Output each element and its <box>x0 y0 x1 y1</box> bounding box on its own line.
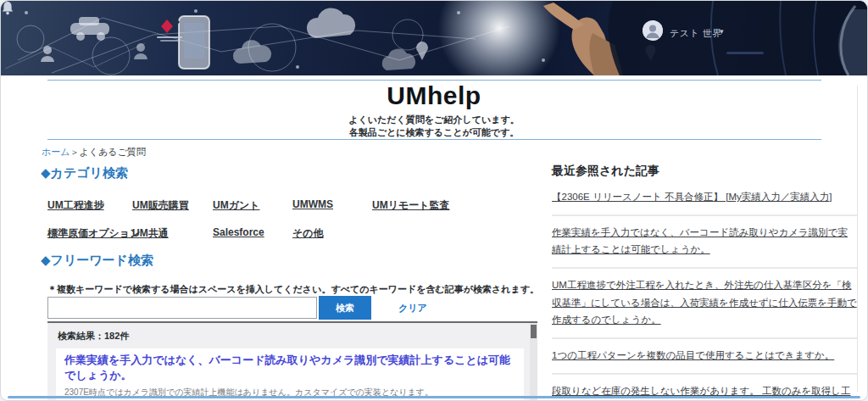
banner-user-area: テスト 世界 ▾ <box>1 1 867 75</box>
freeword-search-note: ＊複数キーワードで検索する場合はスペースを挿入してください。すべてのキーワードを… <box>47 283 539 296</box>
category-link-hyojun-genka[interactable]: 標準原価オプション <box>47 226 132 241</box>
page-subtitle-1: よくいただく質問をご紹介しています。 <box>1 114 867 126</box>
recent-article-link[interactable]: 【2306E リリースノート 不具合修正】 [My実績入力／実績入力] <box>552 181 857 216</box>
category-search-heading: ◆カテゴリ検索 <box>41 165 128 181</box>
results-scrollbar-track[interactable] <box>530 323 537 401</box>
results-scrollbar-thumb[interactable] <box>531 325 537 338</box>
results-count: 検索結果：182件 <box>58 330 524 343</box>
category-link-um-remote[interactable]: UMリモート監査 <box>372 198 497 213</box>
result-item: 作業実績を手入力ではなく、バーコード読み取りやカメラ識別で実績計上することは可能… <box>56 348 524 401</box>
user-avatar-icon[interactable] <box>643 20 663 41</box>
search-button[interactable]: 検索 <box>319 296 371 320</box>
category-link-um-hanbai[interactable]: UM販売購買 <box>132 198 213 213</box>
search-results-panel: 検索結果：182件 作業実績を手入力ではなく、バーコード読み取りやカメラ識別で実… <box>47 321 537 401</box>
page-subtitle-2: 各製品ごとに検索することが可能です。 <box>1 126 867 139</box>
freeword-search-input[interactable] <box>47 297 317 319</box>
recent-article-link[interactable]: 1つの工程パターンを複数の品目で使用することはできますか。 <box>552 339 857 375</box>
category-link-umwms[interactable]: UMWMS <box>292 198 372 213</box>
caret-down-icon[interactable]: ▾ <box>720 27 724 36</box>
category-link-sonota[interactable]: その他 <box>292 226 372 241</box>
search-row: 検索 クリア <box>47 296 432 320</box>
bell-icon[interactable] <box>1 1 14 16</box>
category-links: UM工程進捗 UM販売購買 UMガント UMWMS UMリモート監査 標準原価オ… <box>47 198 497 241</box>
category-link-um-gantt[interactable]: UMガント <box>213 198 292 213</box>
umhelp-page: テスト 世界 ▾ UMhelp よくいただく質問をご紹介しています。 各製品ごと… <box>0 0 868 401</box>
breadcrumb-current: よくあるご質問 <box>80 147 146 157</box>
header-banner-image: テスト 世界 ▾ <box>1 1 867 75</box>
clear-button[interactable]: クリア <box>393 301 432 315</box>
page-title: UMhelp <box>1 81 867 110</box>
result-title-link[interactable]: 作業実績を手入力ではなく、バーコード読み取りやカメラ識別で実績計上することは可能… <box>64 353 515 383</box>
breadcrumb: ホーム＞よくあるご質問 <box>42 146 146 159</box>
category-link-um-kyotsu[interactable]: UM共通 <box>132 226 213 241</box>
divider-top <box>47 80 821 81</box>
divider-bottom <box>47 139 821 140</box>
freeword-search-heading: ◆フリーワード検索 <box>41 253 153 269</box>
breadcrumb-separator: ＞ <box>70 147 80 157</box>
recent-articles-sidebar: 最近参照された記事 【2306E リリースノート 不具合修正】 [My実績入力／… <box>552 164 857 401</box>
recent-article-link[interactable]: 作業実績を手入力ではなく、バーコード読み取りやカメラ識別で実績計上することは可能… <box>552 216 857 269</box>
category-link-salesforce[interactable]: Salesforce <box>213 226 292 241</box>
bottom-accent-bar <box>8 396 860 398</box>
category-link-um-koutei[interactable]: UM工程進捗 <box>47 198 132 213</box>
breadcrumb-home-link[interactable]: ホーム <box>42 147 70 157</box>
recent-article-link[interactable]: UM工程進捗で外注工程を入れたとき、外注先の仕入基準区分を「検収基準」にしている… <box>552 269 857 339</box>
user-name-label[interactable]: テスト 世界 <box>670 27 722 40</box>
recent-articles-heading: 最近参照された記事 <box>552 164 857 179</box>
page-scrollbar-track[interactable] <box>857 86 858 392</box>
